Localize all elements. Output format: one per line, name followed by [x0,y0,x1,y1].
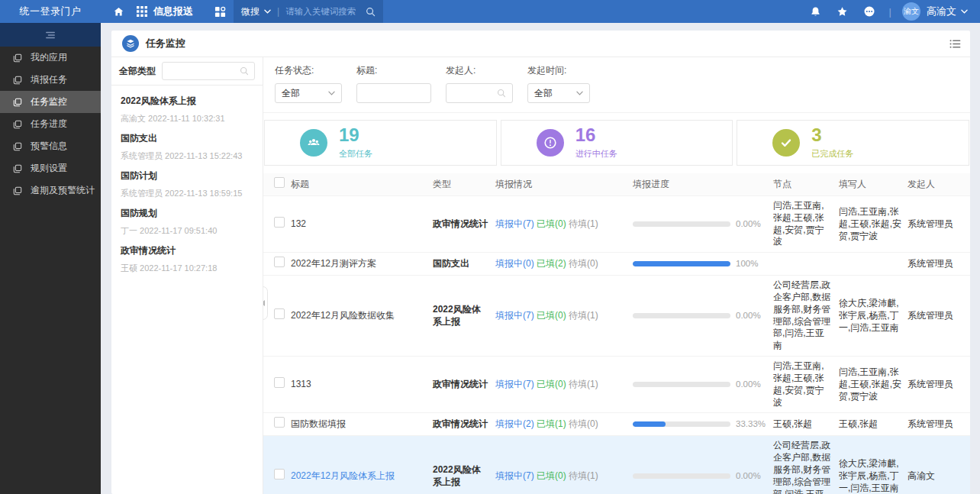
row-checkbox[interactable] [274,469,285,479]
row-progress: 0.00% [633,306,773,325]
sidebar-item[interactable]: 我的应用 [0,47,101,69]
topbar-search[interactable]: 微搜 | 请输入关键词搜索 [234,0,383,23]
list-view-icon[interactable] [949,39,961,49]
table-row[interactable]: 2022年12月风险体系上报 2022风险体系上报 填报中(7) 已填(0) 待… [263,436,970,494]
avatar[interactable]: 渝文 [902,2,920,21]
filled-count: 已填(0) [537,310,566,321]
row-checkbox[interactable] [274,417,285,428]
search-engine-label: 微搜 [241,5,260,18]
progress-percent: 33.33% [736,418,766,430]
star-icon[interactable] [837,6,848,18]
table-row[interactable]: 132 政审情况统计 填报中(7) 已填(0) 待填(1) 0.00% 闫浩,王… [263,196,970,253]
task-item-meta: 系统管理员 2022-11-13 15:22:43 [121,150,253,162]
sidebar-item-label: 任务监控 [31,95,67,108]
pending-count: 待填(1) [569,218,598,229]
initiator-filter-label: 发起人: [446,64,513,77]
row-fill-status: 填报中(7) 已填(0) 待填(1) [495,467,633,486]
main-area: 任务状态: 全部 标题: 发起人: [263,57,970,494]
sidebar-item[interactable]: 填报任务 [0,69,101,91]
row-initiator: 系统管理员 [907,415,970,434]
progress-percent: 0.00% [736,470,761,482]
select-all-checkbox[interactable] [274,177,285,188]
filter-bar: 任务状态: 全部 标题: 发起人: [263,57,970,113]
task-status-select[interactable]: 全部 [275,83,342,103]
username[interactable]: 高渝文 [927,5,956,18]
stat-completed-tasks[interactable]: 3 已完成任务 [737,120,969,166]
task-list-item[interactable]: 国防支出 系统管理员 2022-11-13 15:22:43 [121,132,253,162]
document-icon [13,98,22,107]
search-engine-select[interactable]: 微搜 [241,5,271,18]
table-row[interactable]: 2022年12月测评方案 国防支出 填报中(0) 已填(2) 待填(0) 100… [263,253,970,276]
start-time-select[interactable]: 全部 [527,83,590,103]
search-input-placeholder[interactable]: 请输入关键词搜索 [285,6,366,18]
table-row[interactable]: 国防数据填报 政审情况统计 填报中(2) 已填(1) 待填(0) 33.33% … [263,413,970,436]
row-title[interactable]: 国防数据填报 [291,415,433,434]
title-input[interactable] [356,83,431,103]
row-title[interactable]: 1313 [291,375,433,395]
row-writer: 闫浩,王亚南,张超,王硕,张超,安贺,贾宁波 [839,363,907,406]
sidebar-item[interactable]: 预警信息 [0,135,101,157]
sidebar-collapse-button[interactable] [0,23,101,47]
row-writer [839,260,907,268]
row-checkbox[interactable] [274,217,285,228]
bell-icon[interactable] [810,6,821,18]
row-progress: 0.00% [633,467,773,486]
stat-label: 进行中任务 [575,148,617,160]
stat-value: 3 [811,126,853,144]
stat-value: 19 [339,126,372,144]
col-initiator: 发起人 [907,179,970,191]
task-item-title: 国防规划 [121,207,253,220]
apps-grid-icon[interactable] [137,6,147,17]
row-title[interactable]: 2022年12月风险数据收集 [291,306,433,326]
stack-layers-icon [122,35,139,52]
row-title[interactable]: 2022年12月风险体系上报 [291,467,433,486]
row-checkbox[interactable] [274,257,285,267]
sidebar-item[interactable]: 规则设置 [0,157,101,179]
row-node: 闫浩,王亚南,张超,王硕,张超,安贺,贾宁波 [773,196,839,252]
type-search-input[interactable] [162,62,255,80]
col-node: 节点 [773,179,839,191]
sidebar-item-label: 规则设置 [31,162,67,175]
row-checkbox[interactable] [274,377,285,388]
home-icon[interactable] [113,6,124,18]
task-item-title: 国防支出 [121,132,253,145]
table-row[interactable]: 2022年12月风险数据收集 2022风险体系上报 填报中(7) 已填(0) 待… [263,276,970,357]
stat-label: 全部任务 [339,148,372,160]
row-initiator: 系统管理员 [907,215,970,234]
progress-percent: 100% [736,258,758,270]
stat-all-tasks[interactable]: 19 全部任务 [264,120,497,166]
table-row[interactable]: 1313 政审情况统计 填报中(7) 已填(0) 待填(1) 0.00% 闫浩,… [263,357,970,413]
app-root: 统一登录门户 信息报送 微搜 | 请输入关键词搜索 [0,0,980,494]
col-writer: 填写人 [839,179,907,191]
title-filter-label: 标题: [356,64,431,77]
user-chevron-down-icon[interactable] [961,9,968,14]
app-title[interactable]: 信息报送 [153,5,193,18]
filter-task-status: 任务状态: 全部 [275,64,342,103]
task-list-item[interactable]: 2022风险体系上报 高渝文 2022-11-11 10:32:31 [121,95,253,124]
col-type: 类型 [433,179,495,191]
col-fill-status: 填报情况 [495,179,633,191]
filling-count: 填报中(7) [495,470,534,481]
sidebar-item[interactable]: 任务监控 [0,91,101,113]
row-title[interactable]: 2022年12月测评方案 [291,254,433,274]
widget-icon[interactable] [214,6,226,18]
task-list-item[interactable]: 国防规划 丁一 2022-11-17 09:51:40 [121,207,253,237]
pending-count: 待填(1) [569,310,598,321]
sidebar-item-label: 填报任务 [31,73,67,86]
more-circle-icon[interactable] [863,5,875,18]
row-title[interactable]: 132 [291,215,433,234]
panel-collapse-handle[interactable] [263,286,268,320]
sidebar-item[interactable]: 任务进度 [0,113,101,135]
task-list-item[interactable]: 国防计划 系统管理员 2022-11-13 18:59:15 [121,170,253,199]
sidebar-item-label: 任务进度 [31,118,67,131]
row-node: 公司经营层,政企客户部,数据服务部,财务管理部,综合管理部,闫浩,王亚南 [773,436,839,494]
row-checkbox[interactable] [274,308,285,319]
stat-in-progress-tasks[interactable]: 16 进行中任务 [501,120,733,166]
portal-title: 统一登录门户 [0,5,101,18]
task-list: 2022风险体系上报 高渝文 2022-11-11 10:32:31 国防支出 … [111,86,263,291]
sidebar-item[interactable]: 逾期及预警统计 [0,179,101,202]
task-list-item[interactable]: 政审情况统计 王硕 2022-11-17 10:27:18 [121,244,253,274]
row-writer: 徐大庆,梁沛麒,张宇辰,杨燕,丁一,闫浩,王亚南 [839,294,907,337]
initiator-input[interactable] [446,83,513,103]
progress-track [633,221,730,227]
